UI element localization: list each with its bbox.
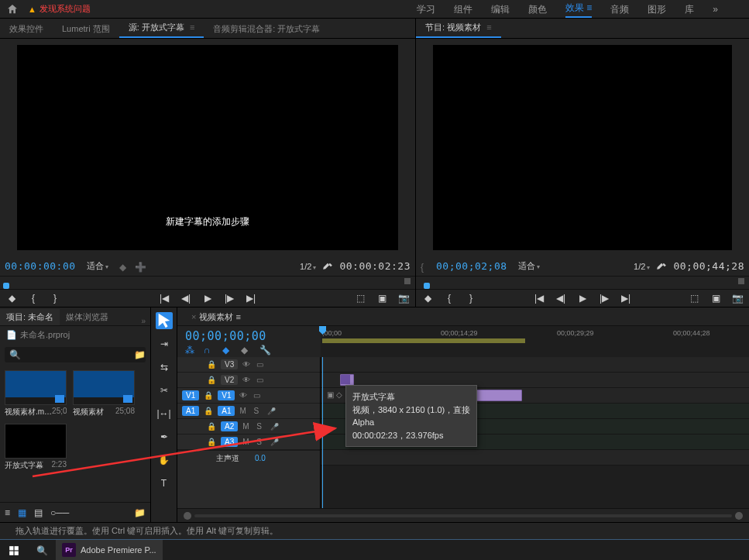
source-monitor[interactable]: 新建字幕的添加步骤 [17, 45, 398, 250]
program-monitor[interactable] [433, 45, 732, 250]
goto-in-button[interactable]: |◀ [534, 293, 545, 304]
filter-folder-icon[interactable]: 📁 [134, 349, 146, 360]
bin-item[interactable]: 视频素材.m…25;08 [5, 370, 67, 417]
settings-icon[interactable]: ◆ [241, 345, 252, 356]
export-frame-button[interactable]: 📷 [732, 293, 743, 304]
selection-tool[interactable] [156, 312, 173, 329]
hand-tool[interactable]: ✋ [156, 452, 173, 469]
mute-icon[interactable]: M [239, 407, 249, 415]
zoom-slider-icon[interactable]: ○── [50, 507, 69, 518]
tab-media-browser[interactable]: 媒体浏览器 [60, 309, 115, 325]
workspace-tab-graphics[interactable]: 图形 [648, 3, 666, 16]
mark-out-button[interactable]: } [50, 293, 60, 304]
mute-icon[interactable]: M [242, 438, 252, 446]
source-tc-in[interactable]: 00:00:00:00 [5, 260, 76, 272]
program-zoom-fit[interactable]: 适合▾ [514, 259, 545, 273]
track-header-v2[interactable]: 🔒V2👁▭ [177, 373, 320, 388]
settings-icon[interactable] [656, 259, 667, 273]
marker-icon[interactable]: { [421, 262, 430, 271]
settings-icon[interactable] [322, 259, 333, 273]
razor-tool[interactable]: ✂ [156, 382, 173, 399]
pen-tool[interactable]: ✒ [156, 428, 173, 445]
track-lane-master[interactable] [321, 450, 749, 466]
solo-icon[interactable]: S [256, 422, 266, 431]
type-tool[interactable]: T [156, 475, 173, 492]
add-marker-icon[interactable]: ◆ [222, 345, 233, 356]
goto-out-button[interactable]: ▶| [246, 293, 256, 304]
lock-icon[interactable]: 🔒 [207, 376, 216, 384]
lock-icon[interactable]: 🔒 [207, 422, 216, 431]
source-resolution[interactable]: 1/2▾ [300, 262, 316, 271]
mute-icon[interactable]: M [242, 422, 252, 431]
home-icon[interactable] [6, 3, 19, 15]
source-playhead[interactable] [3, 283, 9, 289]
solo-icon[interactable]: S [253, 407, 263, 415]
system-warning[interactable]: ▲ 发现系统问题 [28, 3, 91, 15]
program-time-ruler[interactable] [416, 276, 749, 288]
workspace-tab-effects[interactable]: 效果 ≡ [565, 2, 592, 18]
timeline-inout-range[interactable] [322, 338, 525, 343]
goto-out-button[interactable]: ▶| [620, 293, 631, 304]
toggle-output-icon[interactable]: ▭ [253, 391, 263, 400]
project-search[interactable]: 🔍 📁 [5, 347, 146, 362]
timeline-ruler[interactable]: ;00;00 00;00;14;29 00;00;29;29 00;00;44;… [321, 326, 749, 357]
search-button[interactable]: 🔍 [28, 540, 56, 561]
play-button[interactable]: ▶ [577, 293, 588, 304]
mark-in-button[interactable]: { [444, 293, 455, 304]
lock-icon[interactable]: 🔒 [207, 438, 216, 446]
tab-program[interactable]: 节目: 视频素材 ≡ [416, 19, 501, 38]
source-zoom-fit[interactable]: 适合▾ [82, 259, 113, 273]
snap-icon[interactable]: ⁂ [185, 345, 196, 356]
tab-effect-controls[interactable]: 效果控件 [0, 20, 53, 38]
zoom-knob-right[interactable] [735, 512, 743, 520]
wrench-icon[interactable]: 🔧 [259, 345, 270, 356]
master-track-header[interactable]: 主声道0.0 [177, 450, 320, 466]
insert-button[interactable]: ⬚ [355, 293, 366, 304]
toggle-output-icon[interactable]: ▭ [256, 376, 266, 384]
track-header-v3[interactable]: 🔒V3👁▭ [177, 357, 320, 373]
tab-lumetri-scopes[interactable]: Lumetri 范围 [53, 20, 119, 38]
tab-audio-clip-mixer[interactable]: 音频剪辑混合器: 开放式字幕 [204, 20, 329, 38]
workspace-tab-library[interactable]: 库 [685, 3, 694, 16]
source-time-ruler[interactable] [0, 276, 415, 288]
track-content[interactable]: 开放 ▣ ◇ 开放式字幕 视频，3840 x 2160 (1.0)，直接 Alp… [321, 357, 749, 508]
taskbar-app-premiere[interactable]: Pr Adobe Premiere P... [56, 540, 163, 561]
marker-icon[interactable]: ◆ [119, 262, 129, 271]
track-lane-v3[interactable] [321, 357, 749, 373]
track-select-tool[interactable]: ⇥ [156, 335, 173, 352]
new-bin-icon[interactable]: 📁 [134, 507, 146, 518]
eye-icon[interactable]: 👁 [242, 360, 252, 369]
clip-caption[interactable]: 开放 [340, 374, 354, 386]
lock-icon[interactable]: 🔒 [204, 391, 213, 400]
timeline-timecode[interactable]: 00;00;00;00 [185, 329, 313, 343]
source-tc-out[interactable]: 00:00:02:23 [339, 260, 411, 272]
program-resolution[interactable]: 1/2▾ [634, 262, 650, 271]
step-back-button[interactable]: ◀| [555, 293, 566, 304]
ripple-edit-tool[interactable]: ⇆ [156, 359, 173, 376]
export-frame-button[interactable]: 📷 [398, 293, 409, 304]
slip-tool[interactable]: |↔| [156, 405, 173, 422]
program-tc-current[interactable]: 00;00;02;08 [436, 260, 507, 272]
eye-icon[interactable]: 👁 [239, 391, 249, 400]
track-header-a1[interactable]: A1🔒A1MS🎤 [177, 404, 320, 419]
extract-button[interactable]: ▣ [710, 293, 721, 304]
bin-item[interactable]: 视频素材25;08 [73, 370, 135, 417]
play-button[interactable]: ▶ [202, 293, 213, 304]
track-header-a2[interactable]: 🔒A2MS🎤 [177, 419, 320, 435]
workspace-tab-edit[interactable]: 编辑 [491, 3, 510, 16]
toggle-output-icon[interactable]: ▭ [256, 360, 266, 369]
bin-item[interactable]: 开放式字幕2:23 [5, 424, 67, 471]
goto-in-button[interactable]: |◀ [159, 293, 170, 304]
list-view-icon[interactable]: ≡ [5, 507, 10, 518]
track-header-a3[interactable]: 🔒A3MS🎤 [177, 435, 320, 450]
expand-icon[interactable] [738, 278, 744, 284]
mark-out-button[interactable]: } [466, 293, 476, 304]
timeline-sequence-tab[interactable]: ×视频素材 ≡ [184, 309, 249, 325]
workspace-overflow-icon[interactable]: » [713, 4, 718, 15]
add-marker-icon[interactable]: ➕ [135, 262, 144, 271]
solo-icon[interactable]: S [256, 438, 266, 446]
mark-in-button[interactable]: { [28, 293, 39, 304]
lift-button[interactable]: ⬚ [689, 293, 699, 304]
track-header-v1[interactable]: V1🔒V1👁▭ [177, 388, 320, 404]
lock-icon[interactable]: 🔒 [204, 407, 213, 415]
